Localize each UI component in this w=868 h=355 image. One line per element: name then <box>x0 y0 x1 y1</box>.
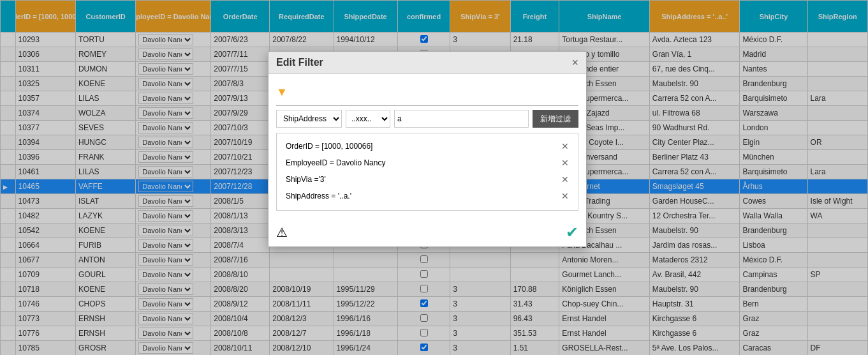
add-filter-button[interactable]: 新增过滤 <box>533 110 578 128</box>
filter-operator-select[interactable]: ..xxx.. <box>346 110 390 128</box>
modal-header: Edit Filter × <box>268 52 586 74</box>
modal-title: Edit Filter <box>276 57 323 68</box>
filter-item-3: ShipVia ='3' ✕ <box>282 172 573 187</box>
filter-item-1: OrderID = [1000, 100066] ✕ <box>282 139 573 154</box>
footer-warning-icon: ⚠ <box>276 225 288 240</box>
filter-item-3-text: ShipVia ='3' <box>286 175 561 184</box>
filter-item-4-remove[interactable]: ✕ <box>561 191 569 201</box>
filter-item-2: EmployeeID = Davolio Nancy ✕ <box>282 155 573 170</box>
filter-item-1-text: OrderID = [1000, 100066] <box>286 142 561 151</box>
filter-item-2-text: EmployeeID = Davolio Nancy <box>286 158 561 167</box>
filter-field-select[interactable]: ShipAddress <box>276 110 342 128</box>
filter-value-input[interactable] <box>394 110 529 128</box>
separator <box>276 105 578 106</box>
modal-overlay[interactable]: Edit Filter × ▼ ShipAddress ..xxx.. 新增过滤 <box>0 0 868 355</box>
filter-list: OrderID = [1000, 100066] ✕ EmployeeID = … <box>276 133 578 211</box>
main-container: OrderID = [1000, 100066] CustomerID Empl… <box>0 0 868 355</box>
filter-item-4-text: ShipAddress = '..a.' <box>286 192 561 200</box>
modal-footer: ⚠ ✔ <box>268 218 586 246</box>
filter-item-4: ShipAddress = '..a.' ✕ <box>282 188 573 204</box>
edit-filter-modal: Edit Filter × ▼ ShipAddress ..xxx.. 新增过滤 <box>268 51 587 247</box>
footer-ok-icon: ✔ <box>566 223 578 241</box>
modal-body: ▼ ShipAddress ..xxx.. 新增过滤 OrderID = [10… <box>268 74 586 218</box>
filter-input-row: ShipAddress ..xxx.. 新增过滤 <box>276 110 578 128</box>
funnel-icon: ▼ <box>276 86 288 98</box>
filter-icon: ▼ <box>276 86 578 99</box>
filter-item-2-remove[interactable]: ✕ <box>561 158 569 168</box>
modal-close-button[interactable]: × <box>571 57 578 68</box>
filter-item-3-remove[interactable]: ✕ <box>561 174 569 185</box>
filter-item-1-remove[interactable]: ✕ <box>561 141 569 151</box>
